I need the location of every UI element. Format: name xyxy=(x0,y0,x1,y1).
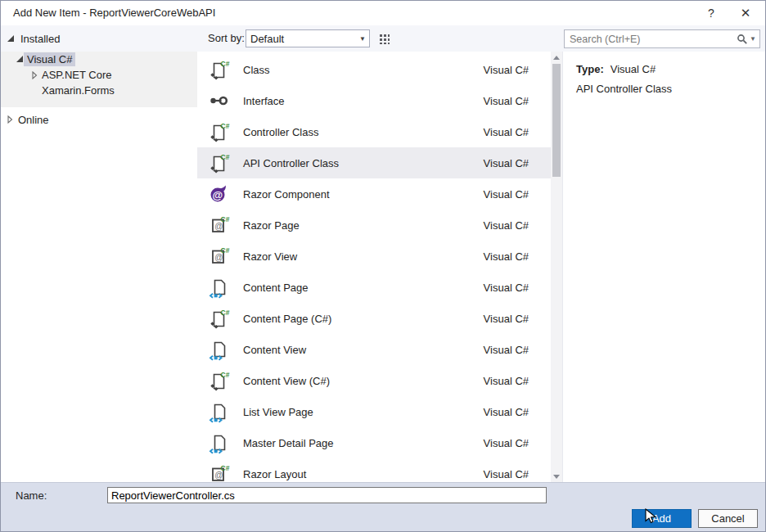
xaml-page-icon xyxy=(207,431,230,454)
template-label: Content Page xyxy=(243,282,309,294)
list-item[interactable]: Content PageVisual C# xyxy=(197,272,551,303)
svg-text:C#: C# xyxy=(221,60,230,68)
tree-item[interactable]: ASP.NET Core xyxy=(1,67,197,83)
svg-text:C#: C# xyxy=(221,215,230,223)
list-item[interactable]: C# Content View (C#)Visual C# xyxy=(197,365,551,396)
xaml-page-icon xyxy=(207,400,230,423)
list-item[interactable]: @Razor ComponentVisual C# xyxy=(197,178,551,210)
list-item[interactable]: Master Detail PageVisual C# xyxy=(197,427,551,458)
template-list: C# ClassVisual C# InterfaceVisual C# C# … xyxy=(197,52,562,482)
expanded-triangle-icon xyxy=(16,56,24,63)
list-item[interactable]: C# ClassVisual C# xyxy=(197,54,551,85)
chevron-down-icon: ▼ xyxy=(356,35,369,43)
sort-by-dropdown[interactable]: Default ▼ xyxy=(246,29,370,47)
add-new-item-dialog: Add New Item - ReportViewerCoreWebAPI ? … xyxy=(0,0,766,532)
scrollbar-thumb[interactable] xyxy=(552,64,561,177)
svg-text:C#: C# xyxy=(221,246,230,255)
medium-icons-view-button[interactable] xyxy=(374,29,395,50)
template-language: Visual C# xyxy=(484,126,529,138)
template-language: Visual C# xyxy=(484,250,529,263)
template-label: Razor Layout xyxy=(243,468,306,480)
footer: Name: Add Cancel xyxy=(1,482,765,532)
list-item[interactable]: InterfaceVisual C# xyxy=(197,85,551,116)
tree-item-label: ASP.NET Core xyxy=(38,68,115,82)
svg-text:C#: C# xyxy=(221,153,230,161)
scrollbar[interactable] xyxy=(551,52,562,482)
template-language: Visual C# xyxy=(484,188,529,201)
online-label: Online xyxy=(18,114,49,126)
tree-item-label: Visual C# xyxy=(24,52,75,66)
list-item[interactable]: List View PageVisual C# xyxy=(197,396,551,427)
xaml-page-icon xyxy=(207,276,230,299)
csharp-file-icon: C# xyxy=(207,58,230,81)
template-language: Visual C# xyxy=(484,375,529,387)
name-label: Name: xyxy=(16,489,47,502)
details-pane: Type:Visual C# API Controller Class xyxy=(562,52,765,482)
svg-text:C#: C# xyxy=(221,122,230,130)
list-item[interactable]: C# Controller ClassVisual C# xyxy=(197,116,551,147)
list-item[interactable]: Content ViewVisual C# xyxy=(197,334,551,365)
xaml-page-icon xyxy=(207,338,230,361)
svg-text:C#: C# xyxy=(221,464,230,472)
dialog-title: Add New Item - ReportViewerCoreWebAPI xyxy=(13,7,215,19)
template-language: Visual C# xyxy=(484,313,529,325)
list-item[interactable]: C# Content Page (C#)Visual C# xyxy=(197,303,551,334)
grid-view-icon xyxy=(379,34,390,45)
sort-by-value: Default xyxy=(246,33,356,45)
template-language: Visual C# xyxy=(484,95,529,107)
search-box: ▼ xyxy=(564,29,760,48)
template-label: API Controller Class xyxy=(243,157,339,169)
collapsed-triangle-icon xyxy=(30,71,38,79)
installed-header[interactable]: Installed xyxy=(7,25,60,52)
template-language: Visual C# xyxy=(484,282,529,294)
template-language: Visual C# xyxy=(484,64,529,76)
razor-file-icon: @ C# xyxy=(207,245,230,268)
close-button[interactable]: ✕ xyxy=(728,1,764,25)
list-item[interactable]: C# API Controller ClassVisual C# xyxy=(197,147,551,178)
sidebar-item-online[interactable]: Online xyxy=(7,111,49,128)
scrollbar-down-icon[interactable] xyxy=(551,471,562,482)
installed-tree: Visual C#ASP.NET CoreXamarin.Forms xyxy=(1,52,197,107)
svg-text:C#: C# xyxy=(221,371,230,379)
cancel-button[interactable]: Cancel xyxy=(698,509,758,528)
template-label: Master Detail Page xyxy=(243,437,334,449)
add-button[interactable]: Add xyxy=(632,509,692,528)
help-button[interactable]: ? xyxy=(693,1,729,25)
template-language: Visual C# xyxy=(484,344,529,356)
template-language: Visual C# xyxy=(484,219,529,232)
list-item[interactable]: @ C#Razor ViewVisual C# xyxy=(197,241,551,272)
list-item[interactable]: @ C#Razor LayoutVisual C# xyxy=(197,458,551,482)
toolbar: Installed Sort by: Default ▼ xyxy=(1,25,765,52)
template-label: Content View (C#) xyxy=(243,375,330,387)
template-label: Controller Class xyxy=(243,126,318,138)
category-sidebar: Visual C#ASP.NET CoreXamarin.Forms Onlin… xyxy=(1,52,197,482)
razor-file-icon: @ C# xyxy=(207,214,230,237)
template-language: Visual C# xyxy=(484,437,529,449)
search-input[interactable] xyxy=(565,32,737,46)
csharp-file-icon: C# xyxy=(207,151,230,174)
collapsed-triangle-icon xyxy=(7,115,13,124)
list-item[interactable]: @ C#Razor PageVisual C# xyxy=(197,210,551,241)
template-language: Visual C# xyxy=(484,468,529,480)
search-options-chevron-icon[interactable]: ▼ xyxy=(750,35,756,43)
name-input[interactable] xyxy=(107,487,547,503)
expanded-triangle-icon xyxy=(7,35,15,43)
template-label: Interface xyxy=(243,95,285,107)
type-label: Type: xyxy=(576,63,604,75)
tree-item[interactable]: Xamarin.Forms xyxy=(1,83,197,98)
template-label: Class xyxy=(243,64,270,76)
template-label: Razor Page xyxy=(243,219,300,232)
search-icon[interactable] xyxy=(737,34,748,45)
razor-file-icon: @ C# xyxy=(207,462,230,482)
template-label: Razor Component xyxy=(243,188,330,201)
interface-icon xyxy=(207,89,230,112)
razor-component-icon: @ xyxy=(207,183,230,205)
template-label: Razor View xyxy=(243,250,297,263)
template-description: API Controller Class xyxy=(576,83,765,95)
sort-by-label: Sort by: xyxy=(208,25,245,52)
scrollbar-up-icon[interactable] xyxy=(551,52,562,63)
csharp-file-icon: C# xyxy=(207,307,230,330)
csharp-file-icon: C# xyxy=(207,120,230,143)
template-label: List View Page xyxy=(243,406,313,418)
tree-item[interactable]: Visual C# xyxy=(1,52,197,67)
